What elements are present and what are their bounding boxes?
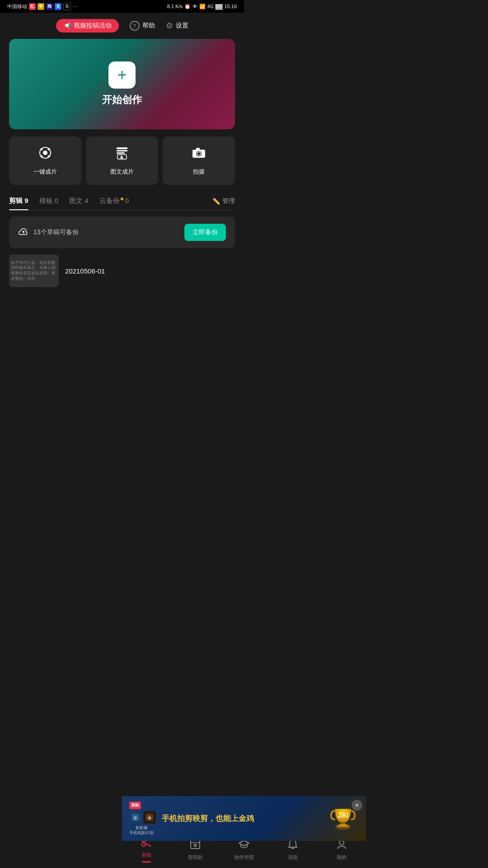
draft-thumbnail: 由于年代久远，相关档案资料极其缺乏，当事人相继离世堂堂述及原因，有关警的一本的 — [9, 255, 59, 287]
cloud-dot — [121, 198, 123, 200]
draft-title: 20210506-01 — [65, 267, 105, 275]
edit-pencil-icon: ✏️ — [212, 198, 220, 205]
settings-icon: ⚙ — [166, 21, 173, 31]
hero-title: 开始创作 — [102, 93, 142, 107]
svg-rect-15 — [196, 148, 200, 150]
create-plus-btn[interactable]: + — [108, 61, 136, 89]
svg-point-3 — [48, 148, 50, 151]
backup-now-btn[interactable]: 立即备份 — [184, 224, 226, 241]
film-icon — [38, 146, 52, 163]
help-icon: ? — [130, 21, 140, 31]
svg-rect-6 — [117, 147, 127, 149]
tab-edit[interactable]: 剪辑 9 — [9, 192, 28, 210]
manage-btn[interactable]: ✏️ 管理 — [212, 197, 235, 205]
one-click-action[interactable]: 一键成片 — [9, 137, 81, 185]
submit-video-btn[interactable]: 📢 视频投稿活动 — [56, 19, 119, 33]
cloud-upload-icon — [18, 227, 29, 238]
svg-rect-7 — [117, 150, 127, 151]
hero-banner[interactable]: + 开始创作 — [9, 39, 235, 129]
draft-item[interactable]: 由于年代久远，相关档案资料极其缺乏，当事人相继离世堂堂述及原因，有关警的一本的 … — [9, 255, 235, 287]
settings-btn[interactable]: ⚙ 设置 — [166, 21, 188, 31]
backup-info: 13个草稿可备份 — [18, 227, 79, 238]
tabs-section: 剪辑 9 模板 0 图文 4 云备份 0 ✏️ 管理 — [9, 192, 235, 210]
status-carrier: 中国移动 红 学 阅 支 音 ··· — [7, 3, 77, 10]
svg-point-4 — [41, 156, 43, 158]
text-icon: A A — [115, 146, 129, 163]
shoot-label: 拍摄 — [193, 168, 205, 176]
quick-actions: 一键成片 A A 图文成片 — [9, 137, 235, 185]
megaphone-icon: 📢 — [63, 22, 71, 29]
shoot-action[interactable]: 拍摄 — [163, 137, 235, 185]
svg-rect-8 — [117, 152, 125, 154]
status-bar: 中国移动 红 学 阅 支 音 ··· 8.1 K/s ⏰ 👁 📶 4G ▓▓ 1… — [0, 0, 244, 13]
backup-banner: 13个草稿可备份 立即备份 — [9, 217, 235, 248]
svg-point-2 — [41, 148, 43, 151]
status-right: 8.1 K/s ⏰ 👁 📶 4G ▓▓ 15:16 — [167, 4, 237, 9]
svg-point-1 — [43, 151, 47, 155]
graphic-action[interactable]: A A 图文成片 — [86, 137, 158, 185]
svg-point-5 — [48, 156, 50, 158]
svg-text:A: A — [121, 155, 124, 160]
tab-graphic[interactable]: 图文 4 — [69, 192, 89, 210]
tab-cloud[interactable]: 云备份 0 — [99, 192, 129, 210]
help-btn[interactable]: ? 帮助 — [130, 21, 155, 31]
top-nav: 📢 视频投稿活动 ? 帮助 ⚙ 设置 — [0, 13, 244, 39]
tab-template[interactable]: 模板 0 — [39, 192, 59, 210]
one-click-label: 一键成片 — [33, 168, 57, 176]
graphic-label: 图文成片 — [110, 168, 134, 176]
camera-icon — [192, 146, 206, 163]
